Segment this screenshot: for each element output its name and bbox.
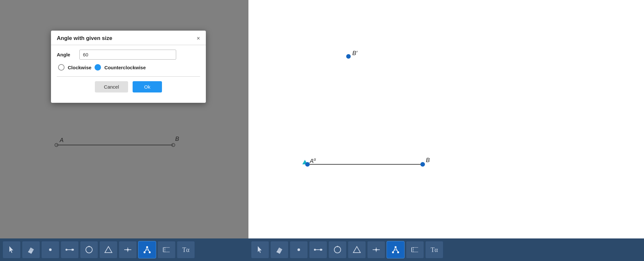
toolbar-triangle[interactable] [99, 241, 117, 258]
svg-point-4 [65, 249, 67, 251]
point-b-prime-dot [346, 54, 351, 59]
svg-marker-1 [28, 247, 34, 254]
counterclockwise-label: Counterclockwise [104, 65, 146, 70]
cancel-button[interactable]: Cancel [95, 81, 128, 92]
header-divider [51, 45, 206, 45]
close-button[interactable]: × [196, 35, 200, 41]
toolbar-segment[interactable] [61, 241, 79, 258]
point-a-dot [305, 162, 310, 167]
angle-input[interactable] [79, 50, 176, 60]
right-toolbar-circle[interactable] [328, 241, 347, 258]
angle-label: Angle [57, 52, 79, 57]
toolbar-eraser[interactable] [22, 241, 40, 258]
right-toolbar: Tα [248, 238, 644, 261]
counterclockwise-radio[interactable] [95, 64, 101, 71]
right-toolbar-midpoint[interactable] [367, 241, 385, 258]
right-panel: B′ Aα B [248, 0, 644, 261]
left-panel: Angle with given size × Angle Clockwise … [0, 0, 248, 261]
right-toolbar-triangle[interactable] [348, 241, 366, 258]
ok-button[interactable]: Ok [133, 81, 162, 92]
right-toolbar-eraser[interactable] [270, 241, 288, 258]
toolbar-angle-size[interactable] [138, 241, 156, 258]
dialog-footer: Cancel Ok [57, 81, 200, 98]
dialog-header: Angle with given size × [51, 31, 206, 45]
svg-marker-25 [277, 247, 282, 254]
toolbar-circle[interactable] [80, 241, 98, 258]
left-toolbar: Tα [0, 238, 248, 261]
right-toolbar-pointer[interactable] [251, 241, 269, 258]
svg-point-3 [49, 248, 52, 251]
right-toolbar-text[interactable]: Tα [425, 241, 443, 258]
dialog-body: Angle Clockwise Counterclockwise Cancel … [51, 50, 206, 103]
point-a-circle [55, 143, 58, 147]
toolbar-text[interactable]: Tα [177, 241, 195, 258]
clockwise-radio[interactable] [58, 64, 65, 71]
svg-marker-10 [105, 247, 112, 253]
toolbar-dashed[interactable] [157, 241, 176, 258]
point-b-circle [171, 143, 175, 147]
svg-point-33 [337, 246, 338, 247]
svg-marker-34 [353, 247, 360, 253]
svg-point-8 [86, 247, 92, 253]
direction-row: Clockwise Counterclockwise [57, 64, 200, 71]
right-toolbar-dashed[interactable] [406, 241, 424, 258]
right-toolbar-segment[interactable] [309, 241, 327, 258]
svg-point-9 [88, 246, 90, 247]
svg-point-32 [334, 247, 341, 253]
right-text-icon-label: Tα [431, 246, 438, 254]
right-canvas-svg [248, 0, 644, 261]
footer-divider [57, 76, 200, 77]
point-b-label-right: B [426, 157, 430, 164]
right-toolbar-point[interactable] [290, 241, 308, 258]
svg-point-27 [297, 248, 300, 251]
point-b-dot-right [420, 162, 425, 167]
toolbar-pointer[interactable] [3, 241, 21, 258]
angle-row: Angle [57, 50, 200, 60]
point-b-label: B [175, 136, 179, 142]
svg-point-28 [314, 249, 316, 251]
text-icon-label: Tα [182, 246, 190, 254]
alpha-label: α [314, 157, 316, 162]
dialog-title: Angle with given size [57, 35, 112, 42]
clockwise-label: Clockwise [68, 65, 91, 70]
point-a-label: A [60, 137, 64, 144]
toolbar-point[interactable] [41, 241, 59, 258]
point-a-label-right: Aα [310, 157, 316, 165]
angle-dialog: Angle with given size × Angle Clockwise … [51, 31, 206, 103]
point-b-prime-label: B′ [352, 50, 357, 57]
right-toolbar-angle-size[interactable] [387, 241, 405, 258]
toolbar-midpoint[interactable] [119, 241, 137, 258]
